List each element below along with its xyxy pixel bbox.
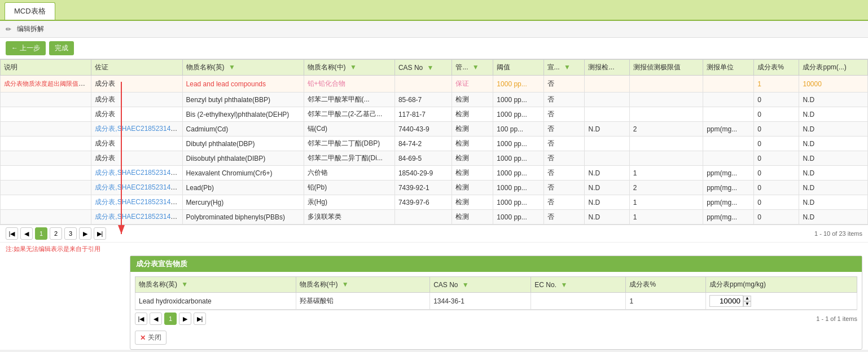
cell-detect bbox=[585, 137, 629, 151]
cell-ppm: N.D bbox=[799, 195, 868, 210]
ppm-stepper-input[interactable] bbox=[709, 295, 743, 307]
filter-name-cn-icon[interactable]: ▼ bbox=[350, 63, 357, 71]
sub-first-page-btn[interactable]: |◀ bbox=[135, 313, 147, 325]
ppm-decrement-btn[interactable]: ▼ bbox=[743, 301, 751, 307]
sub-filter-name-cn-icon[interactable]: ▼ bbox=[342, 280, 349, 288]
sub-filter-name-en-icon[interactable]: ▼ bbox=[181, 280, 188, 288]
page-3-btn[interactable]: 3 bbox=[64, 227, 77, 240]
cell-threshold: 1000 pp... bbox=[493, 210, 543, 225]
cell-ppm: N.D bbox=[799, 107, 868, 122]
cell-detect-limit: 2 bbox=[629, 181, 703, 195]
first-page-btn[interactable]: |◀ bbox=[6, 227, 18, 240]
sub-page-info: 1 - 1 of 1 items bbox=[816, 315, 857, 322]
sub-filter-ec-icon[interactable]: ▼ bbox=[560, 281, 567, 289]
cell-detect-limit bbox=[629, 107, 703, 122]
cell-declare: 否 bbox=[543, 151, 585, 166]
sub-page-controls: |◀ ◀ 1 ▶ ▶| bbox=[135, 313, 206, 325]
evidence-link-1[interactable]: 成分表, bbox=[95, 198, 117, 206]
evidence-link-2[interactable]: SHAEC2185231401/... bbox=[117, 183, 182, 191]
cell-manage: 检测 bbox=[452, 166, 493, 181]
prev-button[interactable]: ← 上一步 bbox=[6, 41, 46, 55]
next-page-btn[interactable]: ▶ bbox=[79, 227, 91, 240]
cell-name-en: Diisobutyl phthalate(DIBP) bbox=[182, 151, 304, 166]
cell-evidence: 成分表 bbox=[91, 93, 182, 107]
cell-ppm: N.D bbox=[799, 93, 868, 107]
evidence-link-2[interactable]: SHAEC2185231401/... bbox=[117, 198, 182, 206]
cell-desc bbox=[1, 122, 91, 137]
cell-declare: 否 bbox=[543, 76, 585, 93]
cell-threshold: 1000 pp... bbox=[493, 137, 543, 151]
cell-unit bbox=[703, 107, 754, 122]
page-2-btn[interactable]: 2 bbox=[50, 227, 62, 240]
cell-declare: 否 bbox=[543, 195, 585, 210]
table-header-row: 说明 佐证 物质名称(英) ▼ 物质名称(中) ▼ CAS No ▼ 管... … bbox=[1, 60, 868, 76]
sub-filter-cas-icon[interactable]: ▼ bbox=[462, 281, 469, 289]
evidence-link-1[interactable]: 成分表, bbox=[95, 169, 117, 177]
evidence-link-1[interactable]: 成分表, bbox=[95, 213, 117, 221]
evidence-link-1[interactable]: 成分表, bbox=[95, 125, 117, 133]
cell-name-cn: 六价铬 bbox=[304, 166, 394, 181]
filter-manage-icon[interactable]: ▼ bbox=[472, 63, 479, 71]
evidence-link-1[interactable]: 成分表, bbox=[95, 183, 117, 191]
cell-desc bbox=[1, 107, 91, 122]
sub-cell-ppm: ▲▼ bbox=[705, 293, 857, 310]
cell-name-cn: 铅(Pb) bbox=[304, 181, 394, 195]
tab-mcd[interactable]: MCD表格 bbox=[5, 2, 55, 20]
ppm-increment-btn[interactable]: ▲ bbox=[743, 296, 751, 301]
cell-unit: ppm(mg... bbox=[703, 166, 754, 181]
col-declare: 宣... ▼ bbox=[543, 60, 585, 76]
cell-declare: 否 bbox=[543, 122, 585, 137]
sub-prev-page-btn[interactable]: ◀ bbox=[150, 313, 162, 325]
cell-cas: 7440-43-9 bbox=[394, 122, 452, 137]
evidence-link-2[interactable]: SHAEC2185231401/... bbox=[117, 169, 182, 177]
cell-threshold: 1000 pp... bbox=[493, 181, 543, 195]
close-button[interactable]: ✕ 关闭 bbox=[135, 331, 166, 345]
cell-evidence: 成分表,SHAEC2185231401/... bbox=[91, 195, 182, 210]
cell-evidence: 成分表 bbox=[91, 137, 182, 151]
sub-next-page-btn[interactable]: ▶ bbox=[179, 313, 191, 325]
cell-detect-limit: 1 bbox=[629, 195, 703, 210]
cell-name-cn: 多溴联苯类 bbox=[304, 210, 394, 225]
table-row: 成分表物质浓度超出阈限值明细成分表Lead and lead compounds… bbox=[1, 76, 868, 93]
last-page-btn[interactable]: ▶| bbox=[94, 227, 106, 240]
cell-pct: 0 bbox=[754, 195, 799, 210]
cell-ppm: N.D bbox=[799, 210, 868, 225]
cell-ppm: 10000 bbox=[799, 76, 868, 93]
col-detect-limit: 测报侦测极限值 bbox=[629, 60, 703, 76]
evidence-link-2[interactable]: SHAEC2185231401/... bbox=[117, 213, 182, 221]
done-button[interactable]: 完成 bbox=[49, 41, 74, 55]
cell-detect-limit bbox=[629, 137, 703, 151]
page-1-btn[interactable]: 1 bbox=[35, 227, 47, 240]
cell-detect: N.D bbox=[585, 122, 629, 137]
cell-detect-limit: 1 bbox=[629, 210, 703, 225]
cell-name-cn: 铅+铅化合物 bbox=[304, 76, 394, 93]
col-ppm: 成分表ppm(...) bbox=[799, 60, 868, 76]
cell-cas: 7439-92-1 bbox=[394, 181, 452, 195]
cell-desc bbox=[1, 195, 91, 210]
prev-page-btn[interactable]: ◀ bbox=[20, 227, 33, 240]
table-row: 成分表Bis (2-ethylhexyl)phthalate(DEHP)邻苯二甲… bbox=[1, 107, 868, 122]
cell-evidence: 成分表,SHAEC2185231401/... bbox=[91, 210, 182, 225]
sub-cell-name-cn: 羟基碳酸铅 bbox=[296, 293, 430, 310]
cell-pct: 0 bbox=[754, 181, 799, 195]
cell-evidence: 成分表 bbox=[91, 76, 182, 93]
sub-last-page-btn[interactable]: ▶| bbox=[194, 313, 206, 325]
cell-detect-limit: 1 bbox=[629, 166, 703, 181]
sub-table-body: Lead hydroxidcarbonate羟基碳酸铅1344-36-11▲▼ bbox=[135, 293, 857, 310]
cell-detect: N.D bbox=[585, 181, 629, 195]
cell-pct: 0 bbox=[754, 166, 799, 181]
sub-col-cas: CAS No ▼ bbox=[430, 277, 531, 293]
sub-page-1-btn[interactable]: 1 bbox=[164, 313, 177, 325]
table-row: 成分表,SHAEC2185231401/...Lead(Pb)铅(Pb)7439… bbox=[1, 181, 868, 195]
cell-name-en: Benzyl butyl phthalate(BBP) bbox=[182, 93, 304, 107]
evidence-link-2[interactable]: SHAEC2185231401/... bbox=[117, 125, 182, 133]
filter-name-en-icon[interactable]: ▼ bbox=[229, 63, 235, 71]
sub-col-pct: 成分表% bbox=[626, 277, 705, 293]
cell-declare: 否 bbox=[543, 137, 585, 151]
cell-detect bbox=[585, 107, 629, 122]
filter-cas-icon[interactable]: ▼ bbox=[427, 64, 434, 72]
cell-unit: ppm(mg... bbox=[703, 195, 754, 210]
note-bar: 注:如果无法编辑表示是来自于引用 bbox=[0, 242, 868, 256]
cell-desc bbox=[1, 137, 91, 151]
filter-declare-icon[interactable]: ▼ bbox=[564, 63, 571, 71]
